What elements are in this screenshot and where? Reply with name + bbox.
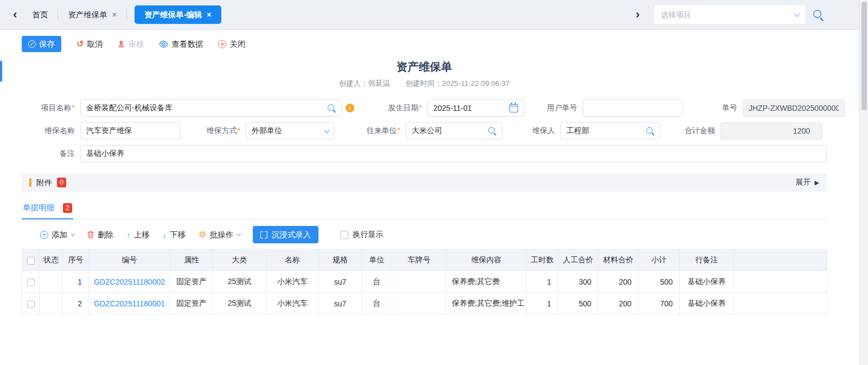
maint-name-input[interactable] [86, 127, 175, 135]
asset-maintenance-edit-page: ‹ 首页 资产维保单 × 资产维保单-编辑 × › [0, 0, 868, 314]
close-button[interactable]: × 关闭 [218, 39, 245, 49]
detail-toolbar: + 添加 删除 ↑ 上移 ↓ 下移 ⚙ 批操作 [22, 219, 827, 249]
project-select-input[interactable] [661, 10, 790, 19]
project-field[interactable] [80, 99, 342, 117]
cell-status [40, 293, 63, 314]
cell-name: 小米汽车 [266, 271, 319, 293]
detail-table: 状态 序号 编号 属性 大类 名称 规格 单位 车牌号 维保内容 工时数 人工合… [22, 249, 827, 314]
wrap-display-checkbox[interactable]: 换行显示 [340, 230, 383, 240]
creator-name: 韩延温 [368, 79, 391, 87]
tab-label: 首页 [32, 10, 48, 20]
cell-plate [392, 271, 446, 293]
date-input[interactable] [433, 104, 506, 112]
expand-toggle[interactable]: 展开 ▶ [796, 178, 819, 187]
tab-asset-maintenance-edit[interactable]: 资产维保单-编辑 × [135, 5, 221, 24]
audit-label: 审核 [128, 39, 144, 49]
attachment-label: 附件 [36, 178, 52, 188]
search-icon[interactable] [646, 127, 654, 135]
stamp-icon [118, 41, 125, 48]
total-value [726, 127, 816, 135]
asset-code-link[interactable]: GDZC202511180001 [94, 299, 165, 308]
view-data-label: 查看数据 [171, 39, 203, 49]
scrollbar-thumb[interactable] [861, 2, 867, 110]
col-row-remark: 行备注 [680, 249, 734, 271]
collapsed-sidebar-handle[interactable] [0, 61, 2, 81]
form-row-3: 备注 [22, 145, 827, 162]
detail-count-badge: 2 [63, 203, 72, 213]
view-data-button[interactable]: 查看数据 [159, 39, 203, 49]
row-checkbox[interactable] [27, 300, 35, 308]
remark-input[interactable] [86, 149, 821, 158]
tab-detail-lines[interactable]: 单据明细 2 [22, 203, 73, 219]
add-button[interactable]: + 添加 [40, 230, 74, 240]
search-icon[interactable] [813, 10, 824, 20]
creator: 创建人：韩延温 [339, 79, 391, 89]
delete-button[interactable]: 删除 [87, 230, 113, 240]
maintainer-input[interactable] [566, 127, 643, 135]
maintainer-field[interactable] [560, 122, 660, 140]
chevron-down-icon [71, 231, 75, 236]
close-icon[interactable]: × [207, 11, 211, 18]
asset-code-link[interactable]: GDZC202511180002 [94, 278, 165, 286]
project-select[interactable] [654, 5, 806, 24]
cell-material-total: 200 [598, 293, 639, 314]
plus-circle-icon: + [40, 231, 48, 239]
select-all-checkbox[interactable] [27, 257, 35, 265]
order-no-field [743, 99, 845, 117]
save-button[interactable]: ✓ 保存 [22, 36, 61, 52]
move-up-button[interactable]: ↑ 上移 [126, 230, 150, 240]
detail-tabs: 单据明细 2 [22, 203, 827, 219]
main-content: ✓ 保存 ↺ 取消 审核 查看数据 [0, 30, 868, 314]
calendar-icon[interactable] [509, 104, 518, 112]
cell-unit: 台 [362, 271, 392, 293]
cell-material-total: 200 [598, 271, 639, 293]
close-icon[interactable]: × [112, 11, 117, 18]
project-label: 项目名称* [22, 103, 80, 113]
row-checkbox[interactable] [27, 279, 35, 286]
counterparty-label: 往来单位* [350, 126, 406, 136]
chevron-down-icon[interactable] [794, 11, 800, 17]
required-mark: * [72, 103, 75, 112]
search-icon[interactable] [328, 104, 336, 112]
user-order-field[interactable] [583, 99, 682, 117]
maint-mode-value[interactable] [252, 127, 321, 135]
document-meta: 创建人：韩延温 创建时间：2025-11-22 09:06:37 [22, 79, 827, 89]
checkbox-icon[interactable] [340, 231, 348, 239]
vertical-scrollbar[interactable] [859, 0, 868, 365]
attachment-section: 附件 0 展开 ▶ [22, 173, 827, 192]
tab-label: 资产维保单-编辑 [144, 10, 202, 20]
info-icon[interactable]: i [346, 104, 354, 112]
cell-spec: su7 [319, 293, 362, 314]
immersive-entry-button[interactable]: 沉浸式录入 [253, 226, 319, 243]
counterparty-input[interactable] [412, 127, 485, 135]
tab-asset-maintenance-list[interactable]: 资产维保单 × [58, 0, 126, 30]
project-input[interactable] [86, 104, 324, 112]
back-chevron-icon[interactable]: ‹ [8, 9, 22, 21]
remark-field[interactable] [80, 145, 827, 162]
col-subtotal: 小计 [639, 249, 680, 271]
close-label: 关闭 [229, 39, 245, 49]
maint-name-field[interactable] [80, 122, 181, 140]
page-title: 资产维保单 [22, 59, 827, 74]
cell-subtotal: 500 [639, 271, 680, 293]
wrap-display-label: 换行显示 [353, 230, 383, 240]
user-order-input[interactable] [589, 104, 676, 112]
form-row-1: 项目名称* i 发生日期* 用户单号 单号 [22, 99, 827, 117]
remark-label: 备注 [22, 149, 80, 159]
date-field[interactable] [427, 99, 524, 117]
search-icon[interactable] [488, 127, 496, 135]
batch-ops-button[interactable]: ⚙ 批操作 [199, 230, 240, 240]
brackets-icon [260, 231, 267, 238]
chevron-down-icon[interactable] [324, 127, 330, 133]
counterparty-field[interactable] [406, 122, 502, 140]
cell-labor-total: 300 [558, 271, 598, 293]
move-down-button[interactable]: ↓ 下移 [163, 230, 186, 240]
cell-content: 保养费;其它费 [446, 271, 527, 293]
maint-mode-select[interactable] [246, 122, 334, 140]
cancel-button[interactable]: ↺ 取消 [76, 39, 103, 49]
forward-chevron-icon[interactable]: › [630, 9, 645, 21]
topbar-right: › [630, 5, 826, 24]
created-time: 创建时间：2025-11-22 09:06:37 [405, 79, 509, 89]
cell-spec: su7 [319, 271, 362, 293]
tab-home[interactable]: 首页 [22, 0, 58, 30]
